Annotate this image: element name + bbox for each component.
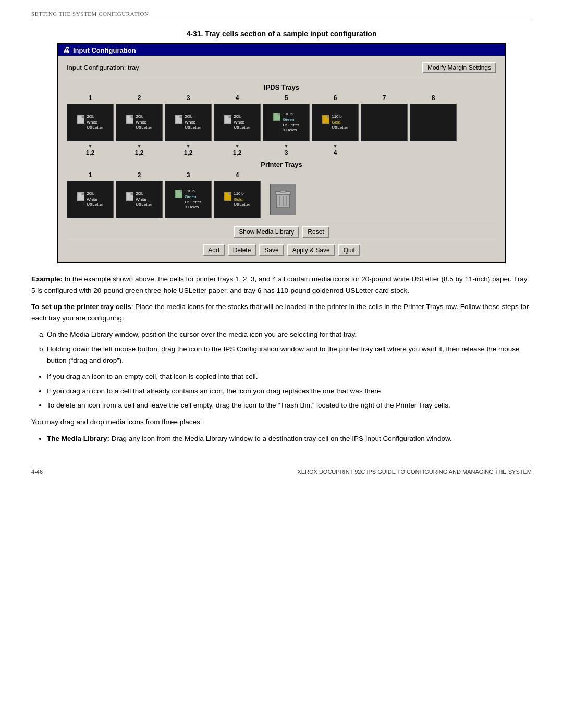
paper-icon-2 — [126, 115, 133, 124]
media-library-row: Show Media Library Reset — [67, 226, 496, 238]
paper-icon-1 — [77, 115, 84, 124]
footer-right: XEROX DOCUPRINT 92C IPS GUIDE TO CONFIGU… — [297, 468, 532, 475]
delete-button[interactable]: Delete — [228, 244, 256, 256]
paper-icon-6 — [322, 115, 329, 124]
ipds-tray-cell-3[interactable]: 20lb White USLetter — [165, 104, 212, 141]
media-icon-4: 20lb White USLetter — [224, 114, 250, 130]
save-button[interactable]: Save — [259, 244, 284, 256]
paper-icon-4 — [224, 115, 231, 124]
ipds-tray-cell-8[interactable] — [410, 104, 457, 141]
step-a: On the Media Library window, position th… — [47, 329, 532, 340]
ipds-tray-numbers: 1 2 3 4 5 6 7 8 — [67, 94, 496, 102]
window-title: Input Configuration — [73, 46, 136, 54]
trash-bin-area — [268, 184, 296, 215]
divider-3 — [67, 241, 496, 241]
drag-drop-para: You may drag and drop media icons from t… — [31, 416, 532, 428]
quit-button[interactable]: Quit — [338, 244, 360, 256]
page-footer: 4-46 XEROX DOCUPRINT 92C IPS GUIDE TO CO… — [31, 465, 532, 475]
figure-number: 4-31. — [187, 30, 203, 38]
media-text-4: 20lb White USLetter — [234, 114, 250, 130]
printer-tray-cell-2[interactable]: 20lb White USLetter — [116, 181, 163, 218]
ipds-num-5: 5 — [263, 94, 310, 102]
media-library-bold: The Media Library: — [47, 435, 109, 442]
printer-media-text-1: 20lb White USLetter — [87, 191, 103, 207]
printer-media-text-4: 110lb Gold. USLetter — [234, 191, 250, 207]
printer-tray-cell-1[interactable]: 20lb White USLetter — [67, 181, 114, 218]
printer-paper-icon-4 — [224, 192, 231, 201]
reset-button[interactable]: Reset — [302, 226, 329, 238]
svg-rect-2 — [280, 190, 286, 192]
printer-section-title: Printer Trays — [67, 161, 496, 168]
ipds-tray-cell-1[interactable]: 20lb White USLetter — [67, 104, 114, 141]
printer-paper-icon-2 — [126, 192, 133, 201]
media-text-2: 20lb White USLetter — [136, 114, 152, 130]
example-text: In the example shown above, the cells fo… — [31, 275, 528, 294]
printer-num-1: 1 — [67, 171, 114, 179]
ipds-tray-cell-6[interactable]: 110lb Gold. USLetter — [312, 104, 359, 141]
input-configuration-window: 🖨 Input Configuration Input Configuratio… — [57, 43, 506, 263]
modify-margin-button[interactable]: Modify Margin Settings — [422, 62, 496, 73]
media-icon-1: 20lb White USLetter — [77, 114, 103, 130]
printer-tray-cell-3[interactable]: 110lb Green USLetter 3 Holes — [165, 181, 212, 218]
printer-num-2: 2 — [116, 171, 163, 179]
media-text-5: 110lb Green USLetter 3 Holes — [283, 112, 299, 133]
media-icon-5: 110lb Green USLetter 3 Holes — [273, 112, 299, 133]
ipds-num-6: 6 — [312, 94, 359, 102]
example-paragraph: Example: In the example shown above, the… — [31, 274, 532, 296]
printer-num-3: 3 — [165, 171, 212, 179]
printer-paper-icon-1 — [77, 192, 84, 201]
step-b: Holding down the left mouse button, drag… — [47, 343, 532, 366]
ipds-sublabel-7 — [361, 143, 408, 156]
media-icon-2: 20lb White USLetter — [126, 114, 152, 130]
media-library-list: The Media Library: Drag any icon from th… — [47, 433, 532, 445]
trash-bin-icon — [275, 189, 291, 210]
ipds-sublabel-3: ▼ 1,2 — [165, 143, 212, 156]
header-text: SETTING THE SYSTEM CONFIGURATION — [31, 10, 149, 17]
printer-media-icon-2: 20lb White USLetter — [126, 191, 152, 207]
printer-media-icon-1: 20lb White USLetter — [77, 191, 103, 207]
media-icon-6: 110lb Gold. USLetter — [322, 114, 348, 130]
paper-icon-3 — [175, 115, 182, 124]
window-icon: 🖨 — [63, 46, 70, 54]
divider-1 — [67, 79, 496, 79]
ipds-section-title: IPDS Trays — [67, 83, 496, 91]
ipds-sublabel-8 — [410, 143, 457, 156]
page-header: SETTING THE SYSTEM CONFIGURATION — [31, 10, 532, 19]
window-body: Input Configuration: tray Modify Margin … — [58, 56, 505, 262]
printer-media-text-2: 20lb White USLetter — [136, 191, 152, 207]
window-titlebar: 🖨 Input Configuration — [58, 44, 505, 56]
ipds-sublabel-row: ▼ 1,2 ▼ 1,2 ▼ 1,2 ▼ 1,2 ▼ 3 — [67, 143, 496, 156]
body-text: Example: In the example shown above, the… — [31, 274, 532, 444]
divider-2 — [67, 223, 496, 223]
ipds-num-1: 1 — [67, 94, 114, 102]
example-intro: Example: — [31, 275, 63, 283]
media-text-6: 110lb Gold. USLetter — [332, 114, 348, 130]
config-label: Input Configuration: tray — [67, 64, 139, 72]
ipds-sublabel-5: ▼ 3 — [263, 143, 310, 156]
add-button[interactable]: Add — [203, 244, 224, 256]
printer-media-text-3: 110lb Green USLetter 3 Holes — [185, 189, 201, 211]
printer-num-4: 4 — [214, 171, 261, 179]
printer-media-icon-3: 110lb Green USLetter 3 Holes — [175, 189, 201, 211]
paper-icon-5 — [273, 113, 280, 121]
figure-title: 4-31. Tray cells section of a sample inp… — [31, 30, 532, 38]
setup-paragraph: To set up the printer tray cells: Place … — [31, 301, 532, 324]
trash-bin[interactable] — [270, 184, 296, 215]
steps-list: On the Media Library window, position th… — [47, 329, 532, 366]
printer-tray-cell-4[interactable]: 110lb Gold. USLetter — [214, 181, 261, 218]
ipds-tray-cell-2[interactable]: 20lb White USLetter — [116, 104, 163, 141]
ipds-sublabel-2: ▼ 1,2 — [116, 143, 163, 156]
media-text-1: 20lb White USLetter — [87, 114, 103, 130]
ipds-tray-cell-5[interactable]: 110lb Green USLetter 3 Holes — [263, 104, 310, 141]
ipds-sublabel-4: ▼ 1,2 — [214, 143, 261, 156]
ipds-tray-cell-7[interactable] — [361, 104, 408, 141]
apply-save-button[interactable]: Apply & Save — [287, 244, 335, 256]
bullet-1: If you drag an icon to an empty cell, th… — [47, 371, 532, 382]
bullet-3: To delete an icon from a cell and leave … — [47, 400, 532, 411]
show-media-library-button[interactable]: Show Media Library — [234, 226, 299, 238]
ipds-sublabel-1: ▼ 1,2 — [67, 143, 114, 156]
ipds-tray-cell-4[interactable]: 20lb White USLetter — [214, 104, 261, 141]
figure-title-text: Tray cells section of a sample input con… — [205, 30, 376, 38]
printer-tray-numbers: 1 2 3 4 — [67, 171, 496, 179]
media-library-text: Drag any icon from the Media Library win… — [112, 435, 452, 442]
